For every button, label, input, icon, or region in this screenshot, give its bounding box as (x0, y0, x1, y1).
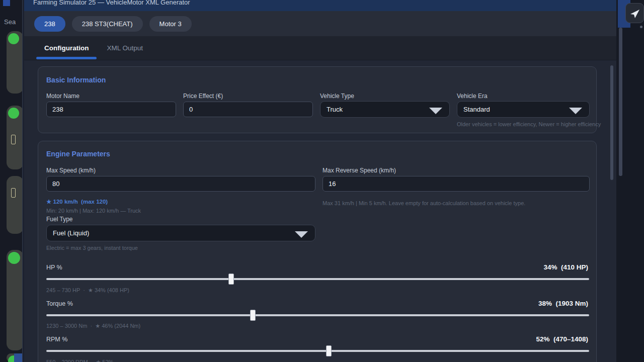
active-tab-underline (36, 57, 97, 59)
max-reverse-speed-hint: Max 31 km/h | Min 5 km/h. Leave empty fo… (323, 200, 525, 206)
motor-name-field[interactable] (46, 102, 176, 117)
tab-configuration-label: Configuration (44, 44, 89, 52)
vehicle-type-label: Vehicle Type (320, 93, 354, 100)
torque-percent-value: 38% (1903 Nm) (538, 300, 588, 307)
configuration-panel: Basic Information Motor Name Price Effec… (24, 60, 616, 362)
outer-scrollbar-thumb[interactable] (619, 28, 622, 176)
vehicle-era-value: Standard (463, 106, 490, 113)
tab-xml-output-label: XML Output (107, 44, 143, 52)
fuel-type-select[interactable]: Fuel (Liquid) (46, 225, 315, 241)
chevron-down-icon (295, 231, 308, 238)
hp-percent-hint: 245 – 730 HP · ★ 34% (408 HP) (46, 287, 129, 294)
price-effect-label: Price Effect (€) (183, 93, 223, 100)
tab-configuration[interactable]: Configuration (36, 36, 97, 60)
vehicle-glyph-icon (11, 188, 16, 198)
price-effect-field[interactable] (183, 102, 313, 117)
vehicle-era-select[interactable]: Standard (457, 101, 590, 118)
green-status-icon (8, 33, 19, 44)
green-status-icon (8, 252, 20, 264)
rpm-percent-label: RPM % (46, 336, 67, 343)
motor-name-label: Motor Name (46, 93, 79, 100)
rpm-percent-slider[interactable] (46, 350, 589, 352)
dialog-titlebar: Farming Simulator 25 — VehicleMotor XML … (24, 0, 616, 11)
hp-percent-value: 34% (410 HP) (543, 263, 588, 271)
max-speed-label: Max Speed (km/h) (46, 167, 96, 174)
rpm-percent-value: 52% (470–1408) (536, 335, 588, 343)
chevron-down-icon (429, 108, 442, 114)
background-list-item (7, 106, 24, 169)
max-reverse-speed-label: Max Reverse Speed (km/h) (323, 167, 396, 174)
vehicle-era-label: Vehicle Era (457, 93, 488, 100)
engine-parameters-heading: Engine Parameters (46, 150, 110, 158)
chevron-down-icon (569, 108, 582, 114)
hp-percent-slider[interactable] (46, 278, 589, 280)
background-dot (640, 26, 642, 28)
background-titlebar-fragment (3, 0, 10, 6)
torque-percent-hint: 1230 – 3000 Nm · ★ 46% (2044 Nm) (46, 323, 140, 329)
background-list-item (7, 31, 24, 94)
basic-information-heading: Basic Information (46, 76, 106, 84)
tab-xml-output[interactable]: XML Output (99, 36, 151, 60)
motor-tab-motor-3[interactable]: Motor 3 (149, 16, 192, 32)
vehicle-type-value: Truck (327, 106, 343, 113)
engine-parameters-card: Engine Parameters Max Speed (km/h) ★ 120… (38, 141, 597, 362)
rpm-slider-thumb[interactable] (326, 345, 332, 356)
background-search-label: Sea (4, 18, 16, 26)
max-reverse-speed-field[interactable] (323, 176, 590, 192)
paper-plane-icon (629, 8, 640, 19)
hp-slider-thumb[interactable] (228, 274, 234, 285)
send-button[interactable] (625, 3, 644, 23)
fuel-type-hint: Electric = max 3 gears, instant torque (46, 245, 138, 251)
view-tabs-row: Configuration XML Output (24, 36, 616, 60)
background-app-right (616, 0, 644, 362)
rpm-percent-hint: 550 – 2200 RPM · ★ 52% (46, 359, 113, 362)
hp-percent-label: HP % (46, 264, 62, 271)
green-status-icon (8, 108, 19, 119)
fuel-type-value: Fuel (Liquid) (53, 229, 89, 237)
fuel-type-label: Fuel Type (46, 216, 72, 223)
background-list-item (7, 250, 24, 350)
motor-tabs-row: 238 238 ST3(CHEAT) Motor 3 (24, 11, 616, 36)
torque-percent-label: Torque % (46, 300, 73, 307)
background-app-left: Sea (0, 0, 24, 362)
background-list-item (7, 176, 24, 234)
vehicle-glyph-icon (11, 135, 16, 144)
torque-slider-thumb[interactable] (250, 310, 256, 321)
torque-percent-slider[interactable] (46, 314, 589, 316)
vehiclemotor-generator-dialog: Farming Simulator 25 — VehicleMotor XML … (24, 0, 616, 362)
basic-information-card: Basic Information Motor Name Price Effec… (38, 66, 597, 133)
max-speed-field[interactable] (46, 176, 315, 192)
motor-tab-238[interactable]: 238 (34, 16, 65, 32)
vehicle-type-select[interactable]: Truck (320, 101, 450, 118)
motor-tab-238-st3-cheat[interactable]: 238 ST3(CHEAT) (72, 16, 143, 32)
max-speed-star-line: ★ 120 km/h (max 120) (46, 198, 108, 205)
max-speed-hint: Min: 20 km/h | Max: 120 km/h — Truck (46, 208, 141, 214)
dialog-title: Farming Simulator 25 — VehicleMotor XML … (33, 0, 616, 6)
dialog-scrollbar-thumb[interactable] (610, 65, 613, 180)
vehicle-era-hint: Older vehicles = lower efficiency, Newer… (457, 121, 601, 127)
